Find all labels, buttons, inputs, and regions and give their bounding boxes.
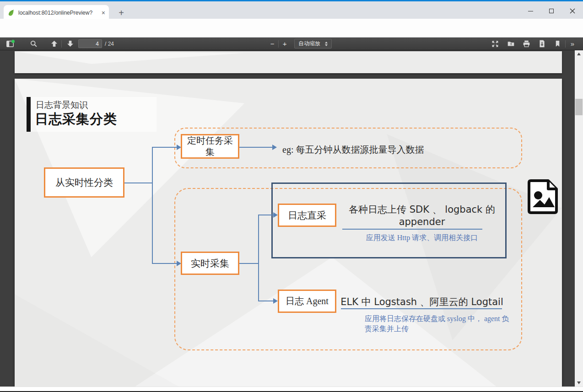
connector [239, 147, 272, 148]
browser-tab[interactable]: localhost:8012/onlinePreview? × [4, 5, 109, 20]
arrowhead [273, 212, 278, 218]
zoom-select-label: 自动缩放 [298, 40, 320, 48]
horizontal-scrollbar[interactable] [0, 387, 583, 391]
page-count-label: / 24 [105, 41, 114, 47]
fullscreen-icon [491, 40, 499, 48]
maximize-button[interactable] [541, 3, 562, 19]
connector [152, 147, 177, 148]
scrollbar-thumb[interactable] [575, 99, 583, 115]
tab-close-icon[interactable]: × [102, 10, 105, 16]
pdf-viewer-area[interactable]: 日志背景知识 日志采集分类 从实时性分类 定时任务采集 实时采集 日志直采 日志… [0, 50, 583, 392]
node-timed-collect: 定时任务采集 [181, 134, 239, 159]
node-direct-collect: 日志直采 [278, 204, 336, 227]
spring-leaf-favicon [7, 9, 15, 16]
zoom-select-arrows-icon [325, 42, 328, 46]
page-up-icon [51, 40, 58, 47]
pdf-page-4: 日志背景知识 日志采集分类 从实时性分类 定时任务采集 实时采集 日志直采 日志… [15, 79, 562, 387]
arrowhead [273, 298, 278, 304]
direct-separator [342, 229, 482, 230]
pdf-page-3-bottom [15, 51, 562, 73]
sidebar-toggle-button[interactable] [0, 38, 20, 50]
direct-heading: 各种日志上传 SDK 、 logback 的 appender [340, 204, 504, 229]
slide-kicker: 日志背景知识 [36, 99, 88, 111]
print-button[interactable] [518, 38, 534, 50]
zoom-select[interactable]: 自动缩放 [294, 39, 332, 48]
node-root: 从实时性分类 [44, 167, 124, 198]
title-accent-bar [27, 97, 31, 132]
timed-example-text: eg: 每五分钟从数据源批量导入数据 [282, 144, 424, 156]
connector [124, 183, 152, 183]
new-tab-button[interactable]: + [115, 7, 127, 19]
page-down-button[interactable] [62, 38, 78, 50]
find-button[interactable] [20, 38, 47, 50]
slide-title: 日志采集分类 [35, 110, 117, 129]
close-button[interactable] [562, 3, 583, 19]
agent-heading: ELK 中 Logstash 、阿里云的 Logtail [340, 295, 504, 308]
scroll-down-button[interactable] [575, 379, 583, 387]
vertical-scrollbar[interactable] [575, 50, 583, 387]
broken-image-icon [527, 179, 559, 215]
node-realtime-collect: 实时采集 [181, 252, 239, 275]
direct-note: 应用发送 Http 请求、调用相关接口 [340, 233, 504, 243]
download-button[interactable] [534, 38, 550, 50]
presentation-mode-button[interactable] [487, 38, 503, 50]
agent-note: 应用将日志保存在硬盘或 syslog 中， agent 负责采集并上传 [365, 314, 511, 333]
open-file-icon [507, 40, 515, 48]
open-file-button[interactable] [503, 38, 518, 50]
page-down-icon [67, 40, 74, 47]
arrowhead [272, 145, 277, 150]
close-icon [570, 8, 575, 14]
connector [239, 263, 259, 264]
minimize-button[interactable] [520, 3, 541, 19]
zoom-in-button[interactable]: + [279, 38, 291, 50]
address-bar: localhost:8012/onlinePreview?url=http://… [0, 19, 583, 38]
print-icon [523, 40, 530, 48]
bookmark-button[interactable] [550, 38, 565, 50]
download-icon [538, 40, 546, 48]
zoom-out-button[interactable]: − [266, 38, 278, 50]
page-up-button[interactable] [47, 38, 61, 50]
agent-separator [341, 308, 502, 309]
page-number-input[interactable] [78, 39, 102, 48]
sidebar-notification-dot [11, 40, 15, 43]
window-controls [520, 3, 583, 19]
pdf-toolbar: / 24 − + 自动缩放 [0, 38, 583, 50]
node-log-agent: 日志 Agent [278, 290, 336, 313]
tab-title: localhost:8012/onlinePreview? [18, 10, 98, 16]
secondary-toolbar-toggle[interactable]: » [566, 38, 579, 50]
connector [259, 215, 273, 215]
connector [152, 147, 153, 264]
connector [258, 215, 259, 301]
bookmark-icon [554, 40, 561, 47]
titlebar: localhost:8012/onlinePreview? × + [0, 1, 583, 19]
connector [259, 301, 273, 301]
scroll-up-button[interactable] [575, 50, 583, 58]
connector [152, 263, 177, 264]
search-icon [30, 40, 38, 48]
